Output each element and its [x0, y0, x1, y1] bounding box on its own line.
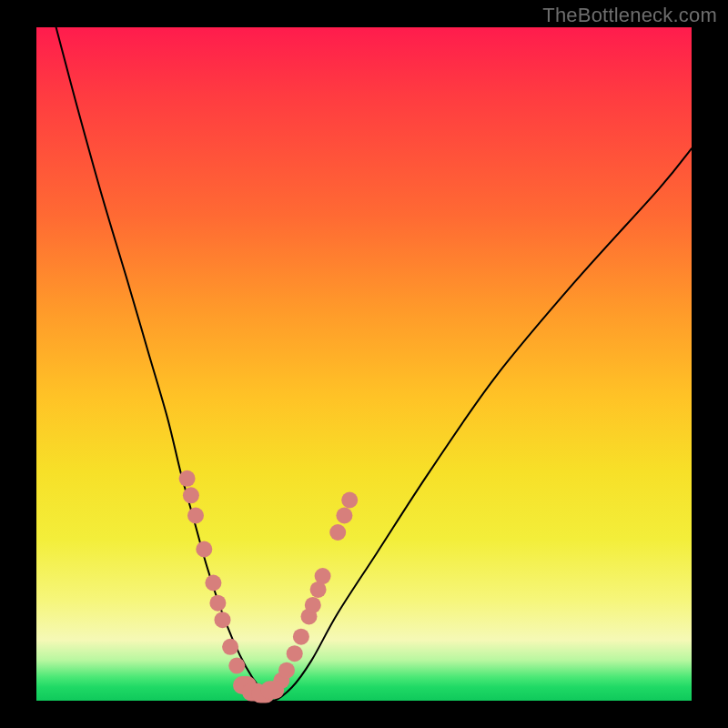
bead-markers	[179, 470, 359, 703]
bead	[287, 645, 303, 662]
bead	[179, 470, 196, 487]
bead	[187, 508, 204, 524]
bead	[215, 612, 231, 628]
bead	[209, 595, 226, 612]
bead	[183, 487, 199, 503]
watermark-text: TheBottleneck.com	[542, 4, 717, 27]
bead	[222, 639, 238, 655]
bottleneck-curve	[56, 27, 692, 701]
bead	[228, 658, 245, 674]
bead	[205, 575, 221, 592]
bead	[315, 568, 331, 584]
plot-area	[36, 27, 692, 701]
bead	[278, 662, 295, 679]
chart-frame: TheBottleneck.com	[0, 0, 728, 728]
bead	[336, 508, 352, 524]
curve-svg	[36, 27, 692, 701]
bead	[293, 629, 309, 645]
bead	[305, 597, 321, 613]
bead	[329, 524, 346, 541]
bead	[341, 492, 358, 509]
bead	[260, 681, 284, 699]
bead	[196, 541, 212, 558]
